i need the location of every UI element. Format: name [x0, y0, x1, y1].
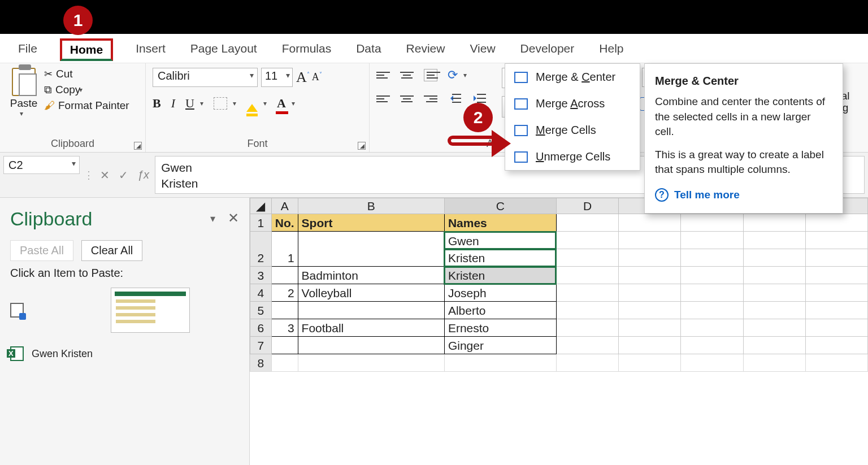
- chevron-down-icon[interactable]: ▾: [200, 99, 203, 107]
- column-header-C[interactable]: C: [444, 198, 556, 214]
- cell-A7[interactable]: [271, 337, 298, 354]
- cell-B4[interactable]: Volleyball: [298, 284, 444, 302]
- paste-all-button[interactable]: Paste All: [10, 240, 73, 261]
- clip-item-text: Gwen Kristen: [32, 348, 93, 360]
- decrease-font-icon[interactable]: A˅: [312, 71, 322, 88]
- unmerge-cells-option[interactable]: Unmerge Cells: [505, 144, 640, 170]
- tab-page-layout[interactable]: Page Layout: [188, 38, 259, 62]
- cell-C1[interactable]: Names: [444, 214, 556, 232]
- underline-button[interactable]: U: [185, 96, 194, 111]
- align-right-icon[interactable]: [424, 95, 437, 102]
- copy-button[interactable]: ⧉Copy▾: [44, 84, 129, 96]
- decrease-indent-icon[interactable]: [448, 93, 462, 105]
- align-center-icon[interactable]: [400, 95, 414, 102]
- chevron-down-icon[interactable]: ▾: [20, 110, 23, 118]
- chevron-down-icon[interactable]: ▾: [79, 86, 83, 94]
- tab-file[interactable]: File: [16, 38, 40, 62]
- tooltip-title: Merge & Center: [655, 73, 832, 89]
- cell-B2[interactable]: [298, 232, 444, 267]
- tab-help[interactable]: Help: [597, 38, 626, 62]
- font-color-button[interactable]: A: [277, 96, 286, 111]
- cell-B1[interactable]: Sport: [298, 214, 444, 232]
- merge-cells-option[interactable]: Merge Cells: [505, 117, 640, 144]
- chevron-down-icon[interactable]: ▾: [292, 99, 295, 107]
- clipboard-item-2[interactable]: Gwen Kristen: [10, 346, 239, 361]
- dialog-launcher-icon[interactable]: [358, 142, 366, 150]
- cell-B5[interactable]: [298, 302, 444, 319]
- tab-home[interactable]: Home: [60, 38, 113, 61]
- row-header-3[interactable]: 3: [250, 267, 272, 284]
- fx-icon[interactable]: ƒx: [137, 168, 149, 181]
- align-left-icon[interactable]: [376, 95, 390, 102]
- clear-all-button[interactable]: Clear All: [81, 240, 142, 261]
- cancel-formula-icon[interactable]: ✕: [100, 168, 110, 182]
- cell-B3[interactable]: Badminton: [298, 267, 444, 284]
- cell-A6[interactable]: 3: [271, 319, 298, 337]
- align-bottom-icon[interactable]: [424, 69, 437, 81]
- row-header-7[interactable]: 7: [250, 337, 272, 354]
- cell-C2-bottom[interactable]: Kristen: [444, 249, 556, 267]
- enter-formula-icon[interactable]: ✓: [119, 168, 128, 182]
- row-header-2[interactable]: 2: [250, 232, 272, 267]
- select-all-corner[interactable]: ◢: [250, 198, 272, 214]
- fill-color-button[interactable]: [246, 98, 258, 112]
- formula-bar-grip[interactable]: ⋮: [83, 153, 94, 197]
- tab-developer[interactable]: Developer: [518, 38, 577, 62]
- column-header-A[interactable]: A: [271, 198, 298, 214]
- clipboard-item-1[interactable]: [10, 288, 239, 333]
- cut-button[interactable]: ✂Cut: [44, 68, 129, 80]
- row-header-1[interactable]: 1: [250, 214, 272, 232]
- font-size-select[interactable]: 11: [261, 68, 293, 87]
- cell-A3[interactable]: [271, 267, 298, 284]
- font-name-select[interactable]: Calibri: [153, 68, 258, 87]
- pane-options-icon[interactable]: ▾: [210, 212, 215, 225]
- merge-center-option[interactable]: Merge & Center: [505, 64, 640, 90]
- row-header-6[interactable]: 6: [250, 319, 272, 337]
- tab-view[interactable]: View: [467, 38, 497, 62]
- paste-button[interactable]: Paste ▾: [7, 68, 41, 118]
- tab-data[interactable]: Data: [354, 38, 383, 62]
- bold-button[interactable]: B: [153, 96, 161, 111]
- cell-C4[interactable]: Joseph: [444, 284, 556, 302]
- cell-C7[interactable]: Ginger: [444, 337, 556, 354]
- column-header-D[interactable]: D: [556, 198, 618, 214]
- name-box[interactable]: C2: [3, 156, 80, 174]
- cell-A1[interactable]: No.: [271, 214, 298, 232]
- align-top-icon[interactable]: [376, 72, 390, 79]
- borders-button[interactable]: [214, 97, 227, 110]
- tab-formulas[interactable]: Formulas: [280, 38, 334, 62]
- cell-A4[interactable]: 2: [271, 284, 298, 302]
- tab-insert[interactable]: Insert: [133, 38, 168, 62]
- tell-me-more-link[interactable]: ? Tell me more: [655, 188, 832, 203]
- cell-C6[interactable]: Ernesto: [444, 319, 556, 337]
- merge-center-tooltip: Merge & Center Combine and center the co…: [644, 63, 843, 214]
- worksheet-grid[interactable]: ◢ A B C D 1 No. Sport Names 2 1: [250, 198, 868, 465]
- chevron-down-icon[interactable]: ▾: [263, 99, 267, 107]
- align-middle-icon[interactable]: [400, 72, 414, 79]
- tab-review[interactable]: Review: [404, 38, 448, 62]
- cell-A5[interactable]: [271, 302, 298, 319]
- paste-label: Paste: [10, 97, 38, 110]
- increase-font-icon[interactable]: A˄: [296, 69, 310, 86]
- cell-A2[interactable]: 1: [271, 232, 298, 267]
- chevron-down-icon[interactable]: ▾: [233, 99, 236, 107]
- cell-C5[interactable]: Alberto: [444, 302, 556, 319]
- dialog-launcher-icon[interactable]: [134, 142, 142, 150]
- cell-C2-top[interactable]: Gwen: [444, 232, 556, 249]
- row-header-5[interactable]: 5: [250, 302, 272, 319]
- cut-label: Cut: [56, 68, 73, 80]
- italic-button[interactable]: I: [171, 96, 175, 111]
- font-group-label: Font: [153, 137, 362, 150]
- column-header-B[interactable]: B: [298, 198, 444, 214]
- merge-across-option[interactable]: Merge Across: [505, 90, 640, 117]
- chevron-down-icon[interactable]: ▾: [463, 71, 467, 79]
- cell-B6[interactable]: Football: [298, 319, 444, 337]
- orientation-icon[interactable]: ⟳: [448, 68, 458, 82]
- row-header-8[interactable]: 8: [250, 354, 272, 372]
- cell-C3[interactable]: Kristen: [444, 267, 556, 284]
- pane-close-icon[interactable]: ✕: [228, 210, 239, 226]
- format-painter-button[interactable]: 🖌Format Painter: [44, 99, 129, 112]
- row-header-4[interactable]: 4: [250, 284, 272, 302]
- cell-D1[interactable]: [556, 214, 618, 232]
- cell-B7[interactable]: [298, 337, 444, 354]
